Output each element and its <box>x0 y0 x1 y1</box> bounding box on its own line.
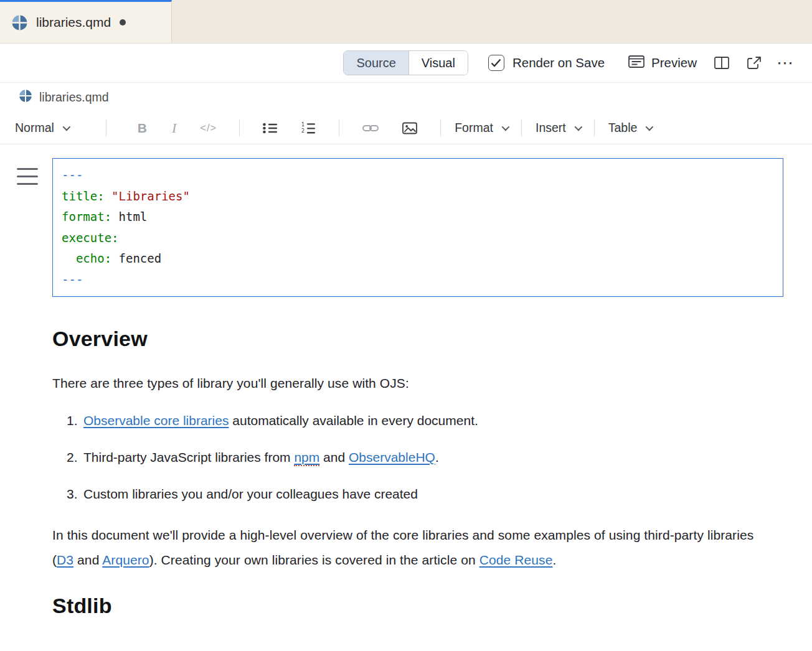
quarto-visual-editor-window: libraries.qmd Source Visual Render on Sa… <box>0 0 812 651</box>
checkmark-icon <box>491 59 501 67</box>
format-menu-label: Format <box>455 121 493 135</box>
paragraph-text: . <box>552 553 556 567</box>
list-item-text: and <box>319 450 349 464</box>
bullet-list-icon <box>263 123 277 134</box>
yaml-value-format: html <box>119 210 148 223</box>
preview-icon <box>628 55 644 72</box>
list-item-text: Custom libraries you and/or your colleag… <box>83 487 418 502</box>
link-observable-core-libraries[interactable]: Observable core libraries <box>83 413 229 428</box>
breadcrumb: libraries.qmd <box>0 83 812 112</box>
more-actions-button[interactable]: ⋯ <box>777 55 793 72</box>
code-button[interactable]: </> <box>200 122 217 134</box>
breadcrumb-filename[interactable]: libraries.qmd <box>39 90 109 105</box>
render-on-save-label: Render on Save <box>512 55 605 70</box>
tab-title: libraries.qmd <box>36 15 111 30</box>
list-item: 1. Observable core libraries automatical… <box>52 413 783 428</box>
toolbar-separator <box>594 119 595 136</box>
image-icon <box>402 122 417 134</box>
yaml-delimiter: --- <box>62 168 83 182</box>
list-marker: 1. <box>52 413 83 428</box>
svg-text:1: 1 <box>301 122 304 128</box>
list-item-text: Observable core libraries automatically … <box>83 413 478 428</box>
chevron-down-icon <box>574 123 582 131</box>
link-npm[interactable]: npm <box>294 450 319 466</box>
preview-label: Preview <box>651 55 697 70</box>
quarto-logo-icon <box>11 14 28 31</box>
yaml-key-echo: echo: <box>76 251 111 265</box>
chevron-down-icon <box>502 123 510 131</box>
yaml-delimiter: --- <box>62 273 83 286</box>
quarto-logo-icon <box>19 89 32 106</box>
paragraph-text: ). Creating your own libraries is covere… <box>149 553 479 567</box>
toolbar-separator <box>339 119 339 136</box>
svg-text:2: 2 <box>301 128 304 134</box>
table-menu-label: Table <box>608 121 638 135</box>
list-marker: 2. <box>52 450 83 465</box>
numbered-list-button[interactable]: 1 2 <box>301 122 316 134</box>
ordered-list: 1. Observable core libraries automatical… <box>52 413 783 502</box>
split-editor-button[interactable] <box>714 56 729 70</box>
block-drag-handle-icon[interactable] <box>17 168 38 185</box>
link-code-reuse[interactable]: Code Reuse <box>479 553 553 567</box>
toolbar-separator <box>521 119 522 136</box>
list-item-text: . <box>435 450 439 464</box>
insert-menu[interactable]: Insert <box>536 121 580 135</box>
yaml-value-title: "Libraries" <box>111 189 190 203</box>
format-menu[interactable]: Format <box>455 121 507 135</box>
paragraph-text: and <box>73 553 102 567</box>
bold-button[interactable]: B <box>138 121 147 136</box>
visual-mode-button[interactable]: Visual <box>409 51 468 75</box>
preview-button[interactable]: Preview <box>628 55 697 72</box>
tab-libraries-qmd[interactable]: libraries.qmd <box>0 0 172 43</box>
chevron-down-icon <box>62 123 70 131</box>
paragraph-style-select[interactable]: Normal <box>15 121 68 135</box>
toolbar-separator <box>106 119 106 136</box>
table-menu[interactable]: Table <box>608 121 652 135</box>
chevron-down-icon <box>646 123 654 131</box>
closing-paragraph: In this document we'll provide a high-le… <box>52 523 768 573</box>
heading-stdlib: Stdlib <box>52 594 783 618</box>
link-arquero[interactable]: Arquero <box>102 553 149 567</box>
editor-toolbar: Source Visual Render on Save Preview <box>0 44 812 83</box>
insert-menu-label: Insert <box>536 121 566 135</box>
link-button[interactable] <box>362 123 379 133</box>
open-external-button[interactable] <box>747 56 762 70</box>
link-icon <box>362 123 379 133</box>
source-visual-toggle: Source Visual <box>343 50 468 75</box>
list-item: 2. Third-party JavaScript libraries from… <box>52 450 783 465</box>
document-body[interactable]: --- title:"Libraries" format:html execut… <box>0 144 812 618</box>
toolbar-separator <box>239 119 240 136</box>
list-item-text: automatically available in every documen… <box>229 413 478 428</box>
numbered-list-icon: 1 2 <box>301 122 316 134</box>
list-item-text: Third-party JavaScript libraries from <box>83 450 294 464</box>
source-mode-button[interactable]: Source <box>344 51 408 75</box>
link-observablehq[interactable]: ObservableHQ <box>349 450 435 464</box>
italic-button[interactable]: I <box>172 120 176 136</box>
link-d3[interactable]: D3 <box>57 553 73 567</box>
yaml-key-format: format: <box>62 210 111 223</box>
split-editor-icon <box>714 56 729 70</box>
yaml-value-echo: fenced <box>119 251 162 265</box>
render-on-save-control: Render on Save <box>488 55 605 71</box>
unsaved-changes-indicator[interactable] <box>120 19 126 26</box>
yaml-front-matter-block[interactable]: --- title:"Libraries" format:html execut… <box>52 158 783 297</box>
heading-overview: Overview <box>52 327 783 351</box>
render-on-save-checkbox[interactable] <box>488 55 504 71</box>
list-marker: 3. <box>52 487 83 502</box>
bullet-list-button[interactable] <box>263 123 277 134</box>
yaml-key-title: title: <box>62 189 105 203</box>
editor-tab-bar: libraries.qmd <box>0 0 812 44</box>
yaml-key-execute: execute: <box>62 231 119 245</box>
formatting-toolbar: Normal B I </> 1 2 <box>0 112 812 144</box>
open-external-icon <box>747 56 762 70</box>
list-item-text: Third-party JavaScript libraries from np… <box>83 450 439 465</box>
intro-paragraph: There are three types of library you'll … <box>52 371 783 396</box>
toolbar-separator <box>440 119 441 136</box>
list-item: 3. Custom libraries you and/or your coll… <box>52 487 783 502</box>
paragraph-style-label: Normal <box>15 121 54 135</box>
insert-image-button[interactable] <box>402 122 417 134</box>
